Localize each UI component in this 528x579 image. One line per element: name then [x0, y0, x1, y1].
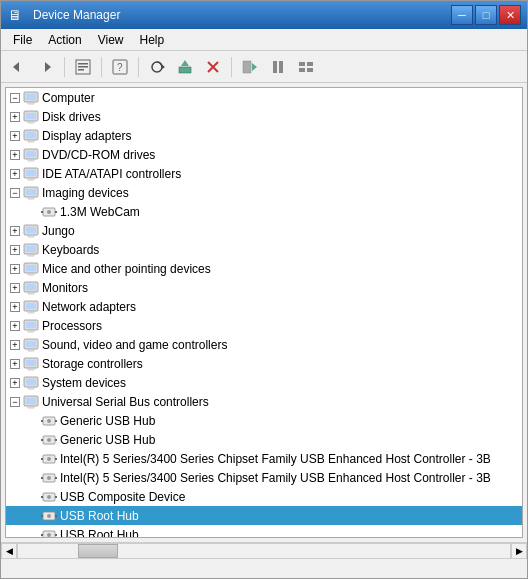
- tree-item-disk-drives[interactable]: + Disk drives: [6, 107, 522, 126]
- svg-rect-52: [27, 235, 35, 237]
- tree-item-webcam[interactable]: 1.3M WebCam: [6, 202, 522, 221]
- tree-item-dvd-cd[interactable]: + DVD/CD-ROM drives: [6, 145, 522, 164]
- menu-action[interactable]: Action: [40, 31, 89, 49]
- tree-item-usb-composite[interactable]: USB Composite Device: [6, 487, 522, 506]
- menu-help[interactable]: Help: [132, 31, 173, 49]
- tree-item-imaging[interactable]: − Imaging devices: [6, 183, 522, 202]
- svg-rect-33: [28, 141, 34, 142]
- hscroll-right-arrow[interactable]: ▶: [511, 543, 527, 559]
- tree-item-intel-ehci-1[interactable]: Intel(R) 5 Series/3400 Series Chipset Fa…: [6, 449, 522, 468]
- tree-expander-network[interactable]: +: [10, 302, 20, 312]
- tree-item-processors[interactable]: + Processors: [6, 316, 522, 335]
- tree-expander-usb-controllers[interactable]: −: [10, 397, 20, 407]
- hscroll-track[interactable]: [17, 543, 511, 559]
- toolbar-back-button[interactable]: [5, 54, 31, 80]
- toolbar-disable-button[interactable]: [265, 54, 291, 80]
- tree-item-ide[interactable]: + IDE ATA/ATAPI controllers: [6, 164, 522, 183]
- tree-expander-monitors[interactable]: +: [10, 283, 20, 293]
- svg-rect-81: [28, 369, 34, 370]
- svg-rect-96: [55, 439, 57, 441]
- toolbar-separator-1: [64, 57, 65, 77]
- tree-icon-keyboards: [23, 242, 39, 258]
- svg-rect-36: [27, 159, 35, 161]
- svg-rect-73: [28, 331, 34, 332]
- tree-item-intel-ehci-2[interactable]: Intel(R) 5 Series/3400 Series Chipset Fa…: [6, 468, 522, 487]
- tree-item-system-devices[interactable]: + System devices: [6, 373, 522, 392]
- svg-rect-4: [78, 66, 88, 68]
- tree-item-monitors[interactable]: + Monitors: [6, 278, 522, 297]
- toolbar-forward-button[interactable]: [33, 54, 59, 80]
- tree-icon-system-devices: [23, 375, 39, 391]
- tree-item-usb-root-hub-1[interactable]: USB Root Hub: [6, 506, 522, 525]
- tree-item-computer[interactable]: − Computer: [6, 88, 522, 107]
- tree-label-intel-ehci-1: Intel(R) 5 Series/3400 Series Chipset Fa…: [60, 452, 491, 466]
- tree-item-generic-hub-2[interactable]: Generic USB Hub: [6, 430, 522, 449]
- svg-rect-19: [307, 62, 313, 66]
- tree-icon-display-adapters: [23, 128, 39, 144]
- svg-rect-29: [28, 122, 34, 123]
- toolbar-separator-4: [231, 57, 232, 77]
- toolbar-enable-button[interactable]: [237, 54, 263, 80]
- hscroll-left-arrow[interactable]: ◀: [1, 543, 17, 559]
- tree-item-sound[interactable]: + Sound, video and game controllers: [6, 335, 522, 354]
- svg-rect-28: [27, 121, 35, 123]
- tree-expander-intel-ehci-1: [28, 454, 38, 464]
- svg-point-105: [47, 476, 51, 480]
- tree-label-ide: IDE ATA/ATAPI controllers: [42, 167, 181, 181]
- hscroll-thumb[interactable]: [78, 544, 118, 558]
- tree-label-dvd-cd: DVD/CD-ROM drives: [42, 148, 155, 162]
- tree-item-network[interactable]: + Network adapters: [6, 297, 522, 316]
- tree-expander-dvd-cd[interactable]: +: [10, 150, 20, 160]
- tree-item-jungo[interactable]: + Jungo: [6, 221, 522, 240]
- tree-label-webcam: 1.3M WebCam: [60, 205, 140, 219]
- tree-item-keyboards[interactable]: + Keyboards: [6, 240, 522, 259]
- tree-item-display-adapters[interactable]: + Display adapters: [6, 126, 522, 145]
- svg-point-93: [47, 419, 51, 423]
- horizontal-scrollbar[interactable]: ◀ ▶: [1, 542, 527, 558]
- tree-item-usb-controllers[interactable]: − Universal Serial Bus controllers: [6, 392, 522, 411]
- maximize-button[interactable]: □: [475, 5, 497, 25]
- toolbar-scan-button[interactable]: [144, 54, 170, 80]
- tree-expander-computer[interactable]: −: [10, 93, 20, 103]
- svg-rect-61: [28, 274, 34, 275]
- tree-icon-generic-hub-1: [41, 413, 57, 429]
- close-button[interactable]: ✕: [499, 5, 521, 25]
- toolbar-extra-button[interactable]: [293, 54, 319, 80]
- tree-item-usb-root-hub-2[interactable]: USB Root Hub: [6, 525, 522, 538]
- svg-rect-107: [41, 496, 43, 498]
- tree-expander-display-adapters[interactable]: +: [10, 131, 20, 141]
- tree-expander-jungo[interactable]: +: [10, 226, 20, 236]
- device-tree[interactable]: − Computer+ Disk drives+ Display adapter…: [5, 87, 523, 538]
- tree-expander-ide[interactable]: +: [10, 169, 20, 179]
- content-area: − Computer+ Disk drives+ Display adapter…: [1, 83, 527, 542]
- toolbar-help-button[interactable]: ?: [107, 54, 133, 80]
- svg-point-113: [47, 514, 51, 518]
- toolbar-properties-button[interactable]: [70, 54, 96, 80]
- svg-point-97: [47, 438, 51, 442]
- tree-expander-mice[interactable]: +: [10, 264, 20, 274]
- tree-expander-disk-drives[interactable]: +: [10, 112, 20, 122]
- tree-label-sound: Sound, video and game controllers: [42, 338, 227, 352]
- tree-expander-keyboards[interactable]: +: [10, 245, 20, 255]
- svg-rect-17: [279, 61, 283, 73]
- svg-rect-20: [299, 68, 305, 72]
- toolbar-update-button[interactable]: [172, 54, 198, 80]
- tree-expander-storage[interactable]: +: [10, 359, 20, 369]
- tree-item-storage[interactable]: + Storage controllers: [6, 354, 522, 373]
- tree-expander-system-devices[interactable]: +: [10, 378, 20, 388]
- svg-rect-116: [55, 534, 57, 536]
- menu-file[interactable]: File: [5, 31, 40, 49]
- tree-item-generic-hub-1[interactable]: Generic USB Hub: [6, 411, 522, 430]
- toolbar-uninstall-button[interactable]: [200, 54, 226, 80]
- svg-rect-43: [26, 189, 36, 195]
- minimize-button[interactable]: ─: [451, 5, 473, 25]
- tree-expander-imaging[interactable]: −: [10, 188, 20, 198]
- tree-label-usb-root-hub-1: USB Root Hub: [60, 509, 139, 523]
- menu-view[interactable]: View: [90, 31, 132, 49]
- window-icon: 🖥: [7, 7, 23, 23]
- tree-label-mice: Mice and other pointing devices: [42, 262, 211, 276]
- tree-item-mice[interactable]: + Mice and other pointing devices: [6, 259, 522, 278]
- svg-rect-35: [26, 151, 36, 157]
- tree-expander-processors[interactable]: +: [10, 321, 20, 331]
- tree-expander-sound[interactable]: +: [10, 340, 20, 350]
